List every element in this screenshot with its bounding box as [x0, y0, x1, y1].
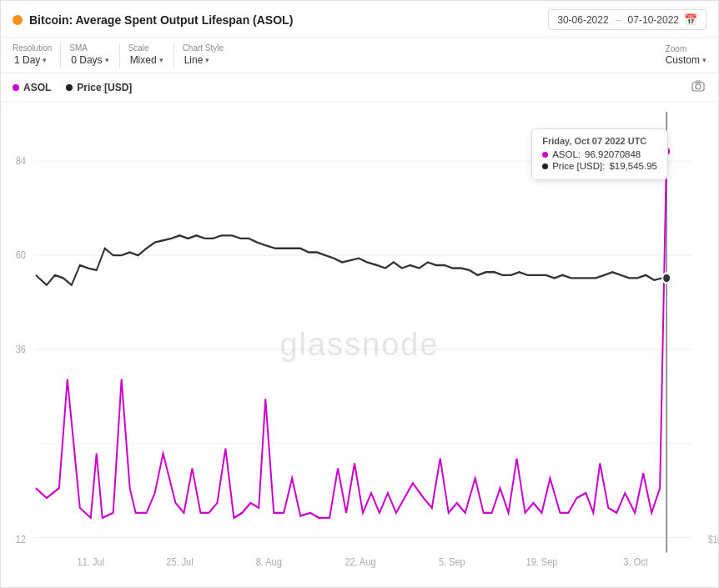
svg-text:22. Aug: 22. Aug: [344, 555, 375, 568]
sma-label: SMA: [69, 43, 110, 53]
price-legend-label: Price [USD]: [77, 82, 132, 93]
date-end: 07-10-2022: [628, 14, 679, 26]
zoom-control: Zoom Custom ▾: [666, 44, 706, 66]
svg-text:60: 60: [16, 249, 26, 261]
date-range-picker[interactable]: 30-06-2022 → 07-10-2022 📅: [548, 9, 706, 30]
scale-value: Mixed: [130, 54, 157, 66]
date-start: 30-06-2022: [557, 14, 608, 26]
svg-point-21: [662, 146, 671, 156]
divider-1: [60, 43, 61, 68]
price-dot: [66, 84, 73, 91]
zoom-value-text: Custom: [666, 54, 700, 66]
svg-text:5. Sep: 5. Sep: [439, 555, 465, 568]
legend: ASOL Price [USD]: [1, 73, 718, 102]
svg-text:36: 36: [16, 343, 26, 355]
legend-asol[interactable]: ASOL: [13, 82, 51, 93]
chart-container: Bitcoin: Average Spent Output Lifespan (…: [0, 0, 719, 588]
resolution-value: 1 Day: [14, 54, 40, 66]
legend-price[interactable]: Price [USD]: [66, 82, 132, 93]
title-row: Bitcoin: Average Spent Output Lifespan (…: [13, 13, 293, 27]
scale-select[interactable]: Mixed ▾: [128, 53, 165, 67]
camera-icon[interactable]: [690, 78, 706, 96]
divider-2: [119, 43, 120, 68]
zoom-chevron: ▾: [702, 56, 706, 64]
asol-dot: [13, 84, 19, 91]
scale-control: Scale Mixed ▾: [128, 43, 165, 67]
sma-value: 0 Days: [71, 54, 102, 66]
toolbar-right: Zoom Custom ▾: [666, 44, 706, 66]
chart-area[interactable]: glassnode Friday, Oct 07 2022 UTC ASOL: …: [1, 102, 718, 587]
svg-text:25. Jul: 25. Jul: [166, 555, 193, 568]
svg-text:3. Oct: 3. Oct: [624, 555, 649, 568]
divider-3: [173, 43, 174, 68]
resolution-control: Resolution 1 Day ▾: [13, 43, 52, 67]
chart-style-chevron: ▾: [205, 56, 209, 64]
toolbar: Resolution 1 Day ▾ SMA 0 Days ▾ Scale Mi…: [1, 38, 718, 73]
svg-text:8. Aug: 8. Aug: [256, 555, 282, 568]
sma-chevron: ▾: [105, 56, 109, 64]
chart-style-select[interactable]: Line ▾: [183, 53, 224, 67]
svg-text:$10k: $10k: [708, 534, 718, 545]
bitcoin-icon: [13, 15, 23, 25]
chart-title: Bitcoin: Average Spent Output Lifespan (…: [29, 13, 293, 27]
resolution-chevron: ▾: [43, 56, 47, 64]
date-arrow: →: [614, 15, 623, 25]
scale-label: Scale: [128, 43, 165, 53]
svg-text:19. Sep: 19. Sep: [526, 555, 558, 568]
sma-select[interactable]: 0 Days ▾: [69, 53, 110, 67]
zoom-label: Zoom: [666, 44, 706, 53]
svg-text:11. Jul: 11. Jul: [78, 555, 104, 568]
sma-control: SMA 0 Days ▾: [69, 43, 110, 67]
chart-style-value: Line: [184, 54, 204, 66]
toolbar-left: Resolution 1 Day ▾ SMA 0 Days ▾ Scale Mi…: [13, 43, 224, 68]
calendar-icon: 📅: [684, 13, 697, 26]
svg-text:12: 12: [16, 533, 26, 545]
chart-svg: 84 60 36 12 $10k 11. Jul 25. Jul 8. Aug …: [1, 102, 718, 587]
svg-text:84: 84: [16, 154, 26, 167]
svg-point-22: [662, 273, 671, 283]
svg-point-1: [696, 84, 701, 89]
asol-legend-label: ASOL: [23, 82, 51, 93]
chart-style-label: Chart Style: [183, 43, 224, 53]
scale-chevron: ▾: [159, 56, 163, 64]
svg-rect-2: [696, 81, 701, 83]
zoom-select[interactable]: Custom ▾: [666, 54, 706, 66]
resolution-label: Resolution: [13, 43, 52, 53]
chart-header: Bitcoin: Average Spent Output Lifespan (…: [1, 1, 718, 38]
chart-style-control: Chart Style Line ▾: [183, 43, 224, 67]
resolution-select[interactable]: 1 Day ▾: [13, 53, 52, 67]
